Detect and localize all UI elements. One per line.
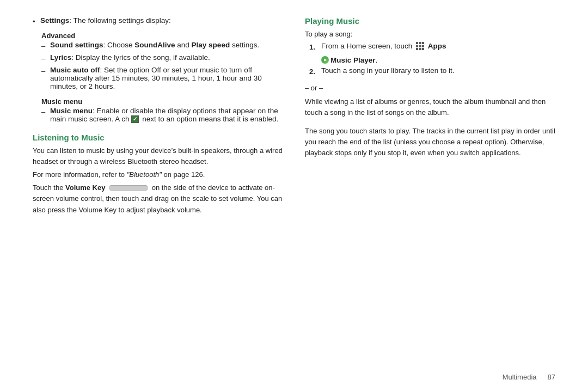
apps-grid-icon xyxy=(416,42,424,50)
listening-title: Listening to Music xyxy=(33,133,283,142)
playing-music-title: Playing Music xyxy=(305,16,555,26)
dash4: – xyxy=(41,107,50,118)
music-auto-off-text: Music auto off: Set the option Off or se… xyxy=(50,66,283,90)
step1: 1. From a Home screen, touch Ap xyxy=(309,42,555,53)
music-player-period: . xyxy=(376,56,378,64)
step2-text: Touch a song in your library to listen t… xyxy=(321,66,455,75)
settings-colon: : The following settings display: xyxy=(69,16,171,24)
settings-text: Settings: The following settings display… xyxy=(40,16,171,24)
music-menu-item: – Music menu: Enable or disable the disp… xyxy=(41,107,283,123)
step1-before: From a Home screen, touch xyxy=(321,42,414,50)
music-menu-label-bold: Music menu xyxy=(50,107,93,115)
music-auto-off-item: – Music auto off: Set the option Off or … xyxy=(41,66,283,90)
footer: Multimedia 87 xyxy=(503,373,555,381)
volume-key-icon xyxy=(109,185,148,191)
apps-label: Apps xyxy=(428,42,446,50)
bullet-dot: • xyxy=(33,16,40,27)
sound-settings-text: Sound settings: Choose SoundAlive and Pl… xyxy=(50,41,259,49)
right-column: Playing Music To play a song: 1. From a … xyxy=(305,16,555,376)
sound-settings-item: – Sound settings: Choose SoundAlive and … xyxy=(41,41,283,52)
or-separator: – or – xyxy=(305,83,555,94)
music-player-icon xyxy=(321,56,329,64)
step1-num: 1. xyxy=(309,42,321,53)
dash3: – xyxy=(41,66,50,77)
volume-key-label: Volume Key xyxy=(65,183,105,192)
music-menu-text: Music menu: Enable or disable the displa… xyxy=(50,107,283,123)
checkbox-icon xyxy=(131,115,139,123)
albums-para: While viewing a list of albums or genres… xyxy=(305,96,555,118)
music-menu-heading: Music menu xyxy=(41,97,283,106)
left-column: • Settings: The following settings displ… xyxy=(33,16,283,376)
song-para: The song you touch starts to play. The t… xyxy=(305,126,555,158)
footer-page: 87 xyxy=(548,373,555,381)
music-player-row: Music Player. xyxy=(321,56,555,64)
lyrics-item: – Lyrics: Display the lyrics of the song… xyxy=(41,53,283,64)
bluetooth-ref: "Bluetooth" xyxy=(127,170,162,179)
lyrics-text: Lyrics: Display the lyrics of the song, … xyxy=(50,53,210,62)
settings-bullet: • Settings: The following settings displ… xyxy=(33,16,283,27)
listening-para1: You can listen to music by using your de… xyxy=(33,145,283,167)
listening-para3: Touch the Volume Key on the side of the … xyxy=(33,182,283,215)
step2: 2. Touch a song in your library to liste… xyxy=(309,66,555,77)
numbered-list: 1. From a Home screen, touch Ap xyxy=(309,42,555,81)
music-player-label: Music Player xyxy=(330,56,376,64)
step2-num: 2. xyxy=(309,66,321,77)
to-play-label: To play a song: xyxy=(305,29,555,40)
advanced-heading: Advanced xyxy=(41,32,283,40)
music-auto-off-label: Music auto off xyxy=(50,66,100,74)
listening-section: Listening to Music You can listen to mus… xyxy=(33,133,283,218)
footer-label: Multimedia xyxy=(503,373,537,381)
lyrics-label: Lyrics xyxy=(50,53,71,62)
sound-settings-label: Sound settings xyxy=(50,41,103,49)
dash1: – xyxy=(41,41,50,52)
listening-para2: For more information, refer to "Bluetoot… xyxy=(33,169,283,180)
dash2: – xyxy=(41,53,50,64)
settings-label: Settings xyxy=(40,16,69,24)
step1-text: From a Home screen, touch Apps xyxy=(321,42,446,51)
